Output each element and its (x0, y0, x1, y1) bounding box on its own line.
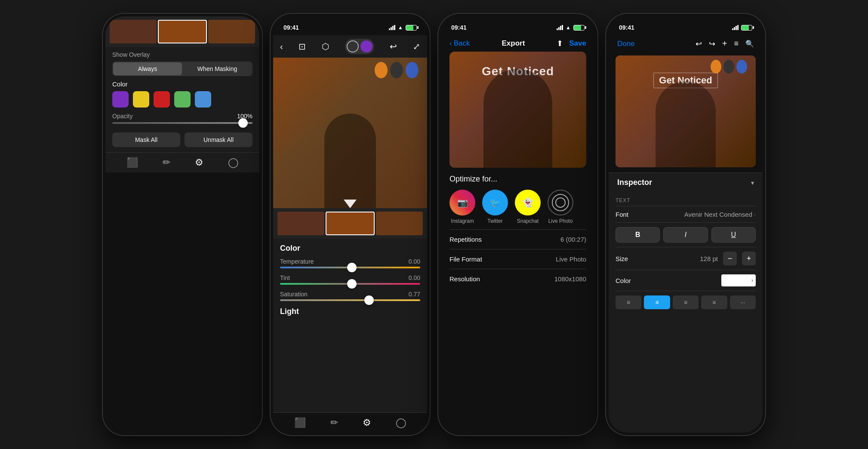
italic-button[interactable]: I (663, 227, 708, 243)
size-increase-button[interactable]: + (742, 252, 756, 265)
back-chevron[interactable]: ‹ (280, 42, 283, 52)
color-label: Color (616, 277, 631, 284)
seg-always[interactable]: Always (113, 62, 182, 75)
twitter-icon: 🐦 (482, 190, 508, 215)
circle-icon[interactable]: ◯ (228, 157, 239, 168)
temperature-thumb[interactable] (347, 263, 357, 272)
battery-icon (406, 25, 417, 31)
toggle-switch[interactable] (345, 39, 374, 54)
add-nav-icon[interactable]: + (722, 39, 727, 49)
phone4: 09:41 Done ↩ ↪ (606, 14, 765, 435)
swatch-red[interactable] (154, 91, 170, 108)
live-photo-button[interactable]: Live Photo (548, 190, 573, 224)
opacity-label: Opacity (112, 113, 132, 120)
p3-battery (573, 25, 585, 31)
inspector-title: Inspector (617, 178, 652, 187)
filmstrip-thumb-3[interactable] (208, 20, 255, 43)
color-preview[interactable]: › (721, 274, 756, 286)
bold-button[interactable]: B (616, 227, 660, 243)
saturation-slider[interactable] (280, 299, 420, 301)
instagram-button[interactable]: 📷 Instagram (449, 190, 475, 224)
layers-icon[interactable]: ⬡ (322, 41, 329, 52)
tint-thumb[interactable] (347, 279, 357, 289)
overlay-label: Show Overlay (112, 51, 252, 58)
mask-buttons: Mask All Unmask All (105, 132, 259, 147)
filmstrip-thumb-1[interactable] (110, 20, 157, 43)
temperature-label: Temperature (280, 258, 314, 265)
phone2-nav: ‹ ⊡ ⬡ ↩ ⤢ (273, 35, 427, 58)
p2-thumb-3[interactable] (376, 212, 423, 235)
opacity-slider[interactable] (112, 122, 252, 124)
toggle-circle (347, 40, 359, 52)
font-row: Font Avenir Next Condensed › (616, 206, 756, 222)
align-buttons: ≡ ≡ ≡ ≡ ··· (616, 291, 756, 314)
overlay-section: Show Overlay Always When Masking (105, 47, 259, 80)
inspector-dropdown-arrow[interactable]: ▾ (751, 179, 754, 186)
social-icons-row: 📷 Instagram 🐦 Twitter 👻 (449, 190, 586, 224)
color-chevron: › (751, 277, 753, 283)
tint-slider[interactable] (280, 283, 420, 285)
align-center-button[interactable]: ≡ (644, 295, 670, 309)
undo-nav-icon[interactable]: ↩ (696, 39, 702, 49)
swatch-green[interactable] (174, 91, 191, 108)
font-value[interactable]: Avenir Next Condensed › (684, 211, 756, 218)
p2-sliders-icon[interactable]: ⚙ (363, 417, 371, 428)
p2-balloon-orange (375, 62, 388, 78)
swatch-yellow[interactable] (133, 91, 149, 108)
save-button[interactable]: Save (569, 39, 586, 48)
unmask-all-button[interactable]: Unmask All (185, 132, 252, 147)
sliders-icon[interactable]: ⚙ (195, 157, 203, 168)
p2-thumb-2[interactable] (326, 212, 374, 235)
phone3-time: 09:41 (451, 24, 467, 31)
p4-battery (741, 25, 752, 31)
live-photo-label: Live Photo (548, 218, 573, 224)
swatch-purple[interactable] (112, 91, 129, 108)
align-left-button[interactable]: ≡ (616, 295, 641, 309)
repetitions-val: 6 (00:27) (560, 236, 586, 243)
instagram-label: Instagram (451, 218, 474, 224)
saturation-thumb[interactable] (364, 295, 374, 305)
mask-all-button[interactable]: Mask All (112, 132, 180, 147)
p2-balloon-black (390, 62, 403, 78)
temperature-slider[interactable] (280, 267, 420, 268)
brush-icon[interactable]: ✏ (163, 157, 170, 168)
underline-button[interactable]: U (711, 227, 756, 243)
phone2-screen: 09:41 ▲ ‹ ⊡ ⬡ (273, 16, 427, 433)
twitter-button[interactable]: 🐦 Twitter (482, 190, 508, 224)
size-value: 128 pt (700, 255, 718, 262)
back-button[interactable]: ‹ Back (449, 39, 470, 48)
filmstrip-thumb-2[interactable] (158, 20, 206, 43)
p2-brush-icon[interactable]: ✏ (330, 417, 338, 428)
snapchat-button[interactable]: 👻 Snapchat (515, 190, 541, 224)
film-icon[interactable]: ⬛ (126, 157, 138, 168)
opacity-thumb[interactable] (238, 118, 248, 128)
redo-nav-icon[interactable]: ↪ (709, 39, 715, 49)
search-nav-icon[interactable]: 🔍 (745, 40, 754, 48)
share-icon[interactable]: ⬆ (557, 39, 563, 48)
crop-icon[interactable]: ⊡ (299, 41, 306, 52)
expand-icon[interactable]: ⤢ (413, 41, 420, 52)
size-decrease-button[interactable]: − (723, 252, 737, 265)
p2-balloon-blue (406, 62, 419, 78)
done-button[interactable]: Done (617, 40, 635, 48)
align-more-button[interactable]: ··· (730, 295, 756, 309)
seg-when-masking[interactable]: When Masking (183, 62, 252, 75)
swatch-blue[interactable] (195, 91, 211, 108)
lp-ring (552, 194, 569, 211)
p2-film-icon[interactable]: ⬛ (294, 417, 306, 428)
phone1-content: Show Overlay Always When Masking Color (105, 16, 259, 172)
phone2-status-bar: 09:41 ▲ (273, 16, 427, 35)
undo-icon[interactable]: ↩ (390, 41, 397, 52)
twitter-label: Twitter (487, 218, 502, 224)
p4-person (656, 81, 716, 167)
align-justify-button[interactable]: ≡ (701, 295, 727, 309)
list-nav-icon[interactable]: ≡ (734, 39, 739, 48)
optimize-label: Optimize for... (449, 175, 586, 184)
p2-circle-icon[interactable]: ◯ (396, 417, 406, 428)
export-title: Export (502, 39, 525, 48)
p3-signal (557, 25, 563, 30)
align-right-button[interactable]: ≡ (673, 295, 699, 309)
p2-thumb-1[interactable] (277, 212, 324, 235)
file-format-key: File Format (449, 255, 482, 263)
color-swatches (112, 91, 252, 108)
